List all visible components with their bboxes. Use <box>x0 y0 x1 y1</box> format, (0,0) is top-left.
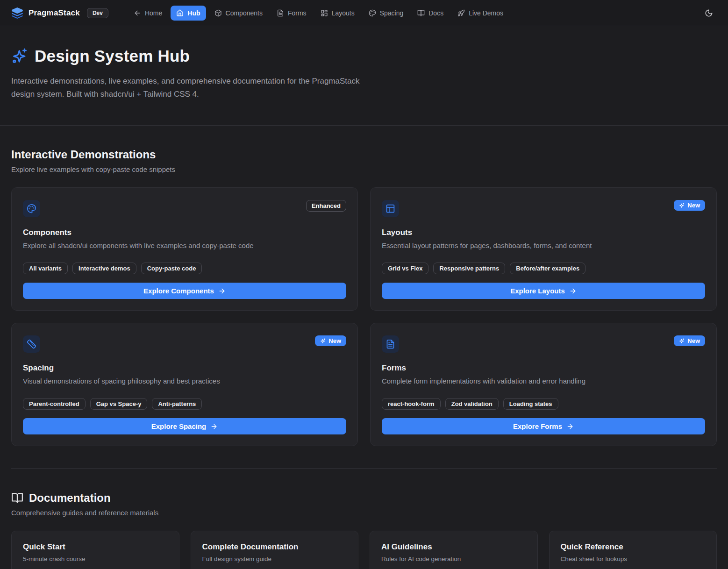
cta-label: Explore Spacing <box>151 422 207 430</box>
cta-label: Explore Components <box>143 287 214 295</box>
card-description: Essential layout patterns for pages, das… <box>382 242 705 249</box>
nav-item-label: Hub <box>187 9 200 17</box>
docs-section: Documentation Comprehensive guides and r… <box>11 491 717 569</box>
tag: Responsive patterns <box>433 263 505 274</box>
doc-card-quick-reference[interactable]: Quick Reference Cheat sheet for lookups <box>549 531 717 569</box>
nav-item-spacing[interactable]: Spacing <box>363 6 409 21</box>
tag: Grid vs Flex <box>382 263 428 274</box>
demos-subheading: Explore live examples with copy-paste co… <box>11 165 717 173</box>
theme-toggle-button[interactable] <box>701 5 717 21</box>
nav-item-label: Home <box>145 9 162 17</box>
card-description: Visual demonstrations of spacing philoso… <box>23 377 346 385</box>
explore-forms-button[interactable]: Explore Forms <box>382 418 705 434</box>
rocket-icon <box>457 9 465 17</box>
tag-row: Grid vs Flex Responsive patterns Before/… <box>382 263 705 274</box>
book-open-icon <box>11 492 23 504</box>
tag-row: Parent-controlled Gap vs Space-y Anti-pa… <box>23 398 346 410</box>
hero-section: Design System Hub Interactive demonstrat… <box>0 26 728 126</box>
card-title: Components <box>23 228 346 237</box>
nav-item-layouts[interactable]: Layouts <box>315 6 360 21</box>
docs-subheading: Comprehensive guides and reference mater… <box>11 509 717 517</box>
arrow-right-icon <box>566 423 574 430</box>
nav-item-label: Live Demos <box>469 9 503 17</box>
doc-card-complete-documentation[interactable]: Complete Documentation Full design syste… <box>191 531 359 569</box>
demos-heading: Interactive Demonstrations <box>11 148 717 161</box>
tag: Before/after examples <box>510 263 585 274</box>
tag: Zod validation <box>445 398 499 410</box>
cta-label: Explore Layouts <box>510 287 565 295</box>
demo-card-layouts: New Layouts Essential layout patterns fo… <box>370 187 717 311</box>
main-content: Interactive Demonstrations Explore live … <box>0 148 728 569</box>
card-description: Explore all shadcn/ui components with li… <box>23 242 346 249</box>
sparkles-icon <box>320 338 326 344</box>
enhanced-badge: Enhanced <box>306 200 346 212</box>
nav-item-hub[interactable]: Hub <box>171 6 206 21</box>
badge-label: New <box>328 337 341 344</box>
doc-card-description: Cheat sheet for lookups <box>561 555 706 562</box>
tag-row: react-hook-form Zod validation Loading s… <box>382 398 705 410</box>
tag: All variants <box>23 263 68 274</box>
cta-label: Explore Forms <box>513 422 562 430</box>
tag: Gap vs Space-y <box>90 398 148 410</box>
file-text-icon <box>277 9 284 17</box>
nav-item-live-demos[interactable]: Live Demos <box>452 6 509 21</box>
explore-spacing-button[interactable]: Explore Spacing <box>23 418 346 434</box>
doc-card-ai-guidelines[interactable]: AI Guidelines Rules for AI code generati… <box>370 531 538 569</box>
explore-layouts-button[interactable]: Explore Layouts <box>382 283 705 299</box>
package-icon <box>214 9 222 17</box>
tag: Anti-patterns <box>152 398 202 410</box>
nav-item-home[interactable]: Home <box>128 6 168 21</box>
demo-card-components: Enhanced Components Explore all shadcn/u… <box>11 187 358 311</box>
nav-links: Home Hub Components Forms Layouts <box>128 6 509 21</box>
demo-card-grid: Enhanced Components Explore all shadcn/u… <box>11 187 717 446</box>
brand[interactable]: PragmaStack Dev <box>11 7 108 19</box>
doc-card-title: Quick Start <box>23 542 168 552</box>
tag: Parent-controlled <box>23 398 86 410</box>
doc-card-grid: Quick Start 5-minute crash course Comple… <box>11 531 717 569</box>
badge-label: Enhanced <box>312 202 341 209</box>
nav-item-forms[interactable]: Forms <box>271 6 312 21</box>
doc-card-quick-start[interactable]: Quick Start 5-minute crash course <box>11 531 179 569</box>
doc-card-title: Quick Reference <box>561 542 706 552</box>
doc-card-description: 5-minute crash course <box>23 555 168 562</box>
ruler-icon <box>23 335 40 353</box>
demo-card-forms: New Forms Complete form implementations … <box>370 323 717 446</box>
file-text-icon <box>382 335 399 353</box>
nav-item-docs[interactable]: Docs <box>412 6 449 21</box>
card-title: Forms <box>382 363 705 373</box>
palette-icon <box>369 9 376 17</box>
card-description: Complete form implementations with valid… <box>382 377 705 385</box>
nav-item-label: Spacing <box>380 9 404 17</box>
sparkles-icon <box>679 203 685 208</box>
env-badge: Dev <box>87 8 108 18</box>
nav-item-label: Layouts <box>332 9 355 17</box>
house-icon <box>176 9 184 17</box>
arrow-right-icon <box>569 287 577 295</box>
doc-card-description: Full design system guide <box>202 555 347 562</box>
panels-top-left-icon <box>382 200 399 217</box>
new-badge: New <box>315 335 346 346</box>
tag: Loading states <box>503 398 558 410</box>
doc-card-title: AI Guidelines <box>381 542 526 552</box>
nav-item-components[interactable]: Components <box>209 6 268 21</box>
top-navbar: PragmaStack Dev Home Hub Components Fo <box>0 0 728 26</box>
explore-components-button[interactable]: Explore Components <box>23 283 346 299</box>
demos-section: Interactive Demonstrations Explore live … <box>11 148 717 446</box>
badge-label: New <box>687 337 700 344</box>
tag: Copy-paste code <box>141 263 202 274</box>
card-title: Layouts <box>382 228 705 237</box>
tag-row: All variants Interactive demos Copy-past… <box>23 263 346 274</box>
moon-icon <box>705 9 713 17</box>
sparkles-icon <box>11 48 28 64</box>
docs-heading: Documentation <box>29 491 111 505</box>
new-badge: New <box>674 335 705 346</box>
sparkles-icon <box>679 338 685 344</box>
page-title: Design System Hub <box>35 47 190 65</box>
layout-dashboard-icon <box>321 9 328 17</box>
doc-card-description: Rules for AI code generation <box>381 555 526 562</box>
tag: Interactive demos <box>72 263 136 274</box>
doc-card-title: Complete Documentation <box>202 542 347 552</box>
tag: react-hook-form <box>382 398 441 410</box>
arrow-right-icon <box>218 287 226 295</box>
layers-logo-icon <box>11 7 23 19</box>
